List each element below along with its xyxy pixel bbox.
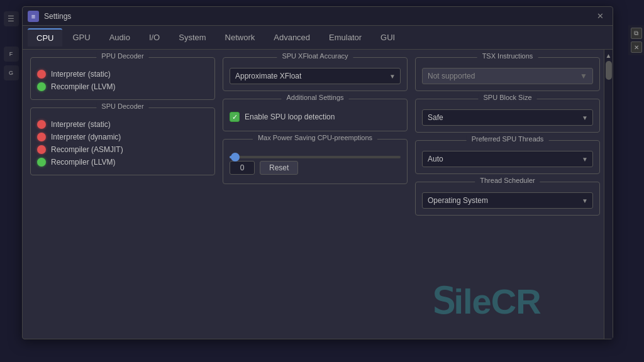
- max-power-legend: Max Power Saving CPU-preemptions: [253, 134, 377, 141]
- spu-recompiler-asmjit-label: Recompiler (ASMJIT): [51, 145, 123, 154]
- tab-network[interactable]: Network: [216, 29, 264, 46]
- sidebar-file-icon[interactable]: F: [4, 47, 19, 62]
- tsx-instructions-value: Not supported: [428, 72, 475, 80]
- tab-gpu[interactable]: GPU: [64, 29, 99, 46]
- spu-recompiler-llvm[interactable]: Recompiler (LLVM): [37, 156, 208, 168]
- spu-recompiler-llvm-dot: [37, 158, 46, 167]
- spu-interpreter-dynamic-label: Interpreter (dynamic): [51, 133, 121, 141]
- right-copy-button[interactable]: ⧉: [631, 28, 642, 39]
- close-button[interactable]: ✕: [592, 9, 608, 24]
- tsx-instructions-field: Not supported ▼: [422, 68, 593, 84]
- column-1: PPU Decoder Interpreter (static) Recompi…: [30, 57, 215, 331]
- preferred-spu-threads-group: Preferred SPU Threads Auto 1 2 3 4 ▼: [415, 140, 600, 174]
- ppu-interpreter-static-dot: [37, 70, 46, 79]
- scroll-thumb[interactable]: [606, 61, 612, 80]
- tab-system[interactable]: System: [170, 29, 214, 46]
- spu-block-size-legend: SPU Block Size: [478, 94, 536, 101]
- spu-decoder-legend: SPU Decoder: [96, 102, 148, 110]
- spu-interpreter-dynamic-dot: [37, 133, 46, 141]
- spu-block-size-dropdown-wrapper: Safe Mega Giga ▼: [422, 109, 593, 126]
- app-icon: ≡: [28, 11, 39, 22]
- scroll-up-arrow[interactable]: ▲: [605, 51, 613, 60]
- additional-settings-group: Additional Settings ✓ Enable SPU loop de…: [223, 99, 408, 131]
- spu-block-size-dropdown[interactable]: Safe Mega Giga: [422, 109, 593, 126]
- thread-scheduler-group: Thread Scheduler Operating System RPCS3 …: [415, 182, 600, 216]
- ppu-recompiler-llvm-dot: [37, 82, 46, 91]
- tab-advanced[interactable]: Advanced: [265, 29, 319, 46]
- reset-button[interactable]: Reset: [260, 161, 298, 175]
- spu-interpreter-static[interactable]: Interpreter (static): [37, 118, 208, 131]
- column-3: TSX Instructions Not supported ▼ SPU Blo…: [415, 57, 600, 331]
- preferred-spu-threads-dropdown[interactable]: Auto 1 2 3 4: [422, 151, 593, 167]
- slider-container: [230, 156, 401, 158]
- settings-window: ≡ Settings ✕ CPU GPU Audio I/O System Ne…: [22, 6, 613, 339]
- spu-recompiler-asmjit-dot: [37, 145, 46, 154]
- main-content: PPU Decoder Interpreter (static) Recompi…: [23, 50, 613, 339]
- sidebar-menu-icon[interactable]: ☰: [4, 11, 19, 26]
- tsx-dropdown-arrow: ▼: [580, 72, 587, 80]
- spu-loop-detection-row[interactable]: ✓ Enable SPU loop detection: [230, 109, 401, 124]
- additional-settings-legend: Additional Settings: [281, 94, 348, 101]
- max-power-slider[interactable]: [230, 156, 401, 158]
- spu-interpreter-static-label: Interpreter (static): [51, 120, 111, 129]
- slider-thumb[interactable]: [231, 153, 240, 162]
- tab-io[interactable]: I/O: [140, 29, 169, 46]
- spu-recompiler-asmjit[interactable]: Recompiler (ASMJIT): [37, 143, 208, 156]
- tab-cpu[interactable]: CPU: [28, 28, 62, 47]
- left-sidebar: ☰ F G: [0, 6, 22, 356]
- spu-xfloat-dropdown-wrapper: Approximate XFloat Relaxed XFloat Accura…: [230, 68, 401, 84]
- scrollbar[interactable]: ▲: [604, 50, 613, 339]
- window-title: Settings: [44, 12, 592, 21]
- spu-xfloat-group: SPU XFloat Accuracy Approximate XFloat R…: [223, 57, 408, 91]
- ppu-interpreter-static-label: Interpreter (static): [51, 70, 111, 79]
- max-power-value: 0: [230, 161, 255, 175]
- preferred-spu-threads-legend: Preferred SPU Threads: [467, 135, 549, 143]
- right-close-button[interactable]: ✕: [631, 41, 642, 53]
- sidebar-game-icon[interactable]: G: [4, 65, 19, 80]
- spu-xfloat-legend: SPU XFloat Accuracy: [277, 52, 353, 60]
- tab-bar: CPU GPU Audio I/O System Network Advance…: [23, 26, 613, 50]
- spu-decoder-group: SPU Decoder Interpreter (static) Interpr…: [30, 107, 215, 175]
- spu-loop-detection-label: Enable SPU loop detection: [245, 112, 335, 121]
- ppu-interpreter-static[interactable]: Interpreter (static): [37, 68, 208, 80]
- tab-audio[interactable]: Audio: [101, 29, 139, 46]
- max-power-slider-section: 0 Reset: [230, 150, 401, 177]
- right-panel: ⧉ ✕: [628, 25, 644, 55]
- spu-interpreter-static-dot: [37, 120, 46, 129]
- thread-scheduler-dropdown[interactable]: Operating System RPCS3 Scheduler RPCS3 A…: [422, 192, 593, 209]
- ppu-decoder-group: PPU Decoder Interpreter (static) Recompi…: [30, 57, 215, 100]
- tsx-instructions-group: TSX Instructions Not supported ▼: [415, 57, 600, 91]
- title-bar: ≡ Settings ✕: [23, 7, 613, 26]
- tsx-instructions-legend: TSX Instructions: [477, 52, 538, 60]
- ppu-decoder-legend: PPU Decoder: [96, 52, 148, 60]
- max-power-group: Max Power Saving CPU-preemptions 0 Reset: [223, 139, 408, 184]
- thread-scheduler-dropdown-wrapper: Operating System RPCS3 Scheduler RPCS3 A…: [422, 192, 593, 209]
- tab-emulator[interactable]: Emulator: [320, 29, 370, 46]
- spu-loop-detection-checkbox[interactable]: ✓: [230, 112, 240, 122]
- column-2: SPU XFloat Accuracy Approximate XFloat R…: [223, 57, 408, 331]
- spu-xfloat-dropdown[interactable]: Approximate XFloat Relaxed XFloat Accura…: [230, 68, 401, 84]
- tab-gui[interactable]: GUI: [372, 29, 404, 46]
- spu-interpreter-dynamic[interactable]: Interpreter (dynamic): [37, 131, 208, 143]
- ppu-recompiler-llvm[interactable]: Recompiler (LLVM): [37, 80, 208, 93]
- ppu-recompiler-llvm-label: Recompiler (LLVM): [51, 82, 115, 91]
- spu-block-size-group: SPU Block Size Safe Mega Giga ▼: [415, 99, 600, 133]
- thread-scheduler-legend: Thread Scheduler: [475, 177, 540, 184]
- slider-value-row: 0 Reset: [230, 161, 401, 175]
- preferred-spu-threads-dropdown-wrapper: Auto 1 2 3 4 ▼: [422, 151, 593, 167]
- spu-recompiler-llvm-label: Recompiler (LLVM): [51, 158, 115, 167]
